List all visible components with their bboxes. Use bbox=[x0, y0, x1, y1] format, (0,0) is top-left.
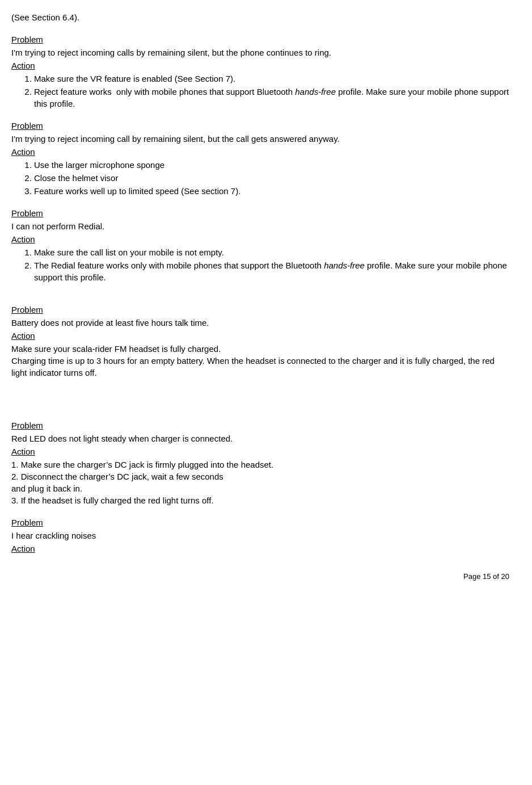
section-5: Problem Red LED does not light steady wh… bbox=[11, 419, 509, 506]
action-list-2: Use the larger microphone sponge Close t… bbox=[34, 159, 509, 197]
section-3: Problem I can not perform Redial. Action… bbox=[11, 207, 509, 283]
page-footer: Page 15 of 20 bbox=[11, 572, 509, 582]
problem-label-3: Problem bbox=[11, 207, 509, 219]
problem-label-2: Problem bbox=[11, 120, 509, 132]
problem-label-1: Problem bbox=[11, 33, 509, 45]
problem-text-3: I can not perform Redial. bbox=[11, 220, 509, 232]
problem-text-1: I'm trying to reject incoming calls by r… bbox=[11, 47, 509, 58]
action-paragraph-5: 1. Make sure the charger’s DC jack is fi… bbox=[11, 459, 509, 506]
page-content: (See Section 6.4). Problem I'm trying to… bbox=[11, 11, 509, 582]
list-item: Make sure the VR feature is enabled (See… bbox=[34, 73, 509, 85]
action-label-1: Action bbox=[11, 60, 509, 72]
problem-text-5: Red LED does not light steady when charg… bbox=[11, 433, 509, 444]
action-label-6: Action bbox=[11, 543, 509, 555]
list-item: Reject feature works only with mobile ph… bbox=[34, 86, 509, 110]
list-item: The Redial feature works only with mobil… bbox=[34, 259, 509, 283]
problem-label-4: Problem bbox=[11, 304, 509, 316]
list-item: Make sure the call list on your mobile i… bbox=[34, 246, 509, 258]
list-item: Close the helmet visor bbox=[34, 172, 509, 184]
list-item: Use the larger microphone sponge bbox=[34, 159, 509, 171]
action-paragraph-4: Make sure your scala-rider FM headset is… bbox=[11, 343, 509, 379]
page-number: Page 15 of 20 bbox=[463, 572, 509, 581]
section-6: Problem I hear crackling noises Action bbox=[11, 517, 509, 555]
section-2: Problem I'm trying to reject incoming ca… bbox=[11, 120, 509, 197]
intro-text: (See Section 6.4). bbox=[11, 11, 509, 23]
action-label-4: Action bbox=[11, 330, 509, 342]
problem-text-2: I'm trying to reject incoming call by re… bbox=[11, 133, 509, 145]
section-4: Problem Battery does not provide at leas… bbox=[11, 304, 509, 379]
problem-label-6: Problem bbox=[11, 517, 509, 528]
action-label-5: Action bbox=[11, 446, 509, 457]
problem-text-6: I hear crackling noises bbox=[11, 530, 509, 541]
action-list-3: Make sure the call list on your mobile i… bbox=[34, 246, 509, 283]
problem-text-4: Battery does not provide at least five h… bbox=[11, 317, 509, 329]
list-item: Feature works well up to limited speed (… bbox=[34, 185, 509, 197]
action-label-2: Action bbox=[11, 146, 509, 158]
action-list-1: Make sure the VR feature is enabled (See… bbox=[34, 73, 509, 110]
action-label-3: Action bbox=[11, 233, 509, 245]
section-1: Problem I'm trying to reject incoming ca… bbox=[11, 33, 509, 110]
problem-label-5: Problem bbox=[11, 419, 509, 431]
